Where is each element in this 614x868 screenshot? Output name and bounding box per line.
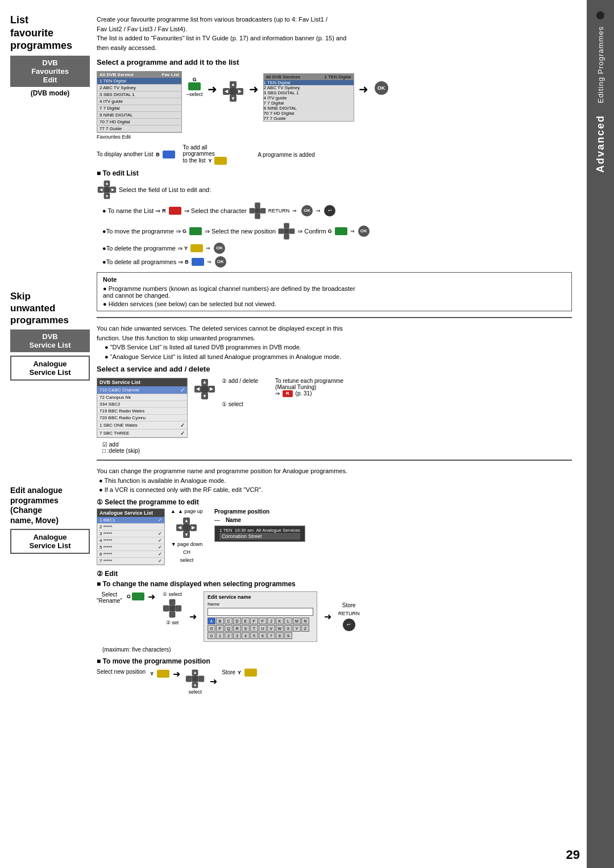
g-button-move — [189, 227, 202, 235]
select-field-text: Select the field of List to edit and: — [119, 186, 211, 193]
section1-content: Create your favourite programme list fro… — [97, 15, 572, 311]
char-V[interactable]: V — [267, 625, 275, 632]
char-3[interactable]: 3 — [233, 632, 241, 639]
confirm-text: ⇒ Confirm — [297, 228, 326, 235]
svg-rect-13 — [104, 187, 110, 193]
svg-text:◀: ◀ — [225, 89, 229, 94]
dpad-select: ▲ ▼ ◀ ▶ — [222, 71, 244, 105]
y-btn-store-btn — [244, 669, 257, 677]
char-7[interactable]: 7 — [267, 632, 275, 639]
ok-button[interactable]: OK — [375, 81, 388, 95]
prog-position-label: Programme position — [214, 508, 305, 515]
svg-rect-32 — [201, 386, 208, 393]
svg-text:▼: ▼ — [202, 394, 207, 399]
intro-line1: Create your favourite programme list fro… — [97, 16, 327, 23]
r-p31-info: ⇒ R (p. 31) — [275, 390, 343, 397]
to-delete-all-text: ●To delete all programmes ⇒ — [102, 258, 183, 266]
analogue-service-list-box-skip: AnalogueService List — [10, 356, 90, 381]
to-move-text: ●To move the programme ⇒ — [102, 228, 181, 235]
section2-bullet1: ● "DVB Service List" is listed all tuned… — [105, 343, 572, 352]
name-bracket: — Name — [214, 517, 305, 523]
char-T[interactable]: T — [250, 625, 258, 632]
char-C[interactable]: C — [225, 617, 233, 624]
g-label: G — [193, 77, 197, 82]
b-label: B — [185, 259, 189, 265]
analogue-select-label: select — [180, 557, 194, 563]
add-label: ☑ add — [102, 441, 572, 448]
char-8[interactable]: 8 — [276, 632, 284, 639]
svg-text:▼: ▼ — [193, 682, 197, 687]
char-P[interactable]: P — [216, 625, 224, 632]
char-N[interactable]: N — [301, 617, 309, 624]
manual-tuning-text: (Manual Tuning) — [275, 384, 343, 390]
char-F2[interactable]: F — [259, 617, 267, 624]
char-O[interactable]: O — [208, 625, 215, 632]
char-2[interactable]: 2 — [225, 632, 233, 639]
char-U[interactable]: U — [259, 625, 267, 632]
name-field-label: Name — [208, 602, 313, 607]
move-pos-dpad: ▲ ▼ — [185, 669, 205, 689]
move-select-label: select — [188, 689, 202, 695]
name-input-field[interactable] — [208, 608, 313, 616]
svg-rect-25 — [279, 228, 284, 234]
svg-text:▲: ▲ — [193, 670, 197, 675]
to-display-label: To display another List B — [97, 151, 176, 158]
b-button — [163, 151, 175, 158]
svg-rect-27 — [284, 228, 289, 234]
g-btn-rename — [132, 592, 144, 600]
analogue-row-4: 4 *****✓ — [97, 537, 164, 544]
char-9[interactable]: 9 — [284, 632, 292, 639]
store-return-area: Store RETURN ↩ — [338, 602, 360, 631]
char-Y[interactable]: Y — [293, 625, 301, 632]
char-Q[interactable]: Q — [225, 625, 233, 632]
char-R[interactable]: R — [233, 625, 241, 632]
svg-text:◀: ◀ — [196, 386, 200, 391]
fav-edit-box-left: All DVB Service Fav List 1 TEN Digital 2… — [97, 71, 182, 140]
section2-intro: You can hide unwanted services. The dele… — [97, 324, 572, 361]
ok-btn-confirm: OK — [358, 226, 370, 237]
analogue-row-7: 7 *****✓ — [97, 558, 164, 565]
svg-rect-50 — [169, 605, 176, 611]
char-E[interactable]: E — [242, 617, 250, 624]
to-retune-text: To retune each programme — [275, 378, 343, 384]
char-6[interactable]: 6 — [259, 632, 267, 639]
main-content-area: Create your favourite programme list fro… — [92, 8, 581, 860]
page-up-label: ▲▲ page up — [171, 508, 203, 514]
char-F[interactable]: F — [250, 617, 258, 624]
intro-text: Create your favourite programme list fro… — [97, 15, 572, 52]
char-D[interactable]: D — [233, 617, 241, 624]
dvb-row-6: 1 SBC ONE Wales✓ — [97, 422, 187, 429]
char-J[interactable]: J — [267, 617, 275, 624]
char-S[interactable]: S — [242, 625, 250, 632]
char-K[interactable]: K — [276, 617, 284, 624]
section3-bullet2: ● If a VCR is connected only with the RF… — [99, 486, 263, 493]
arrow2: ➜ — [249, 71, 259, 96]
char-1[interactable]: 1 — [216, 632, 224, 639]
char-L[interactable]: L — [284, 617, 292, 624]
divider-2 — [97, 460, 572, 461]
right-sidebar: Editing Programmes Advanced — [587, 0, 614, 868]
char-M[interactable]: M — [293, 617, 301, 624]
svg-text:▲: ▲ — [202, 379, 207, 385]
char-4[interactable]: 4 — [242, 632, 250, 639]
char-5[interactable]: 5 — [250, 632, 258, 639]
char-A[interactable]: A — [208, 617, 215, 624]
char-Z[interactable]: Z — [301, 625, 309, 632]
svg-text:▶: ▶ — [192, 525, 196, 530]
svg-rect-48 — [163, 605, 169, 611]
svg-text:▲: ▲ — [105, 181, 109, 186]
svg-rect-46 — [169, 599, 176, 605]
page-number: 29 — [566, 848, 580, 862]
ok-button-area: OK — [373, 71, 390, 95]
char-0[interactable]: 0 — [208, 632, 215, 639]
char-B[interactable]: B — [216, 617, 224, 624]
char-W[interactable]: W — [276, 625, 284, 632]
to-change-heading: ■ To change the name displayed when sele… — [97, 580, 572, 588]
char-X[interactable]: X — [284, 625, 292, 632]
section3-intro: You can change the programme name and pr… — [97, 466, 572, 495]
section2-bullet2: ● "Analogue Service List" is listed all … — [105, 352, 572, 362]
y-button-addall — [214, 157, 227, 165]
step1-heading: ① Select the programme to edit — [97, 498, 572, 506]
svg-rect-18 — [255, 203, 260, 208]
select-programme-diagram: All DVB Service Fav List 1 TEN Digital 2… — [97, 71, 572, 140]
